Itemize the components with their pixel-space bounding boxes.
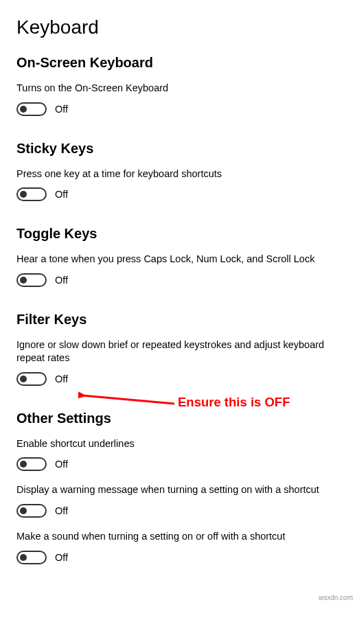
sticky-toggle-state: Off (55, 189, 68, 200)
toggle-knob (20, 461, 27, 468)
onscreen-desc: Turns on the On-Screen Keyboard (16, 82, 332, 95)
warning-toggle[interactable] (16, 504, 47, 518)
page-title: Keyboard (16, 16, 341, 38)
svg-line-1 (82, 395, 174, 404)
sticky-toggle[interactable] (16, 187, 47, 201)
annotation-text: Ensure this is OFF (178, 395, 290, 410)
warning-desc: Display a warning message when turning a… (16, 483, 332, 497)
watermark: wsxdn.com (319, 594, 353, 601)
toggle-knob (20, 191, 27, 198)
toggle-knob (20, 277, 27, 284)
sticky-desc: Press one key at a time for keyboard sho… (16, 168, 332, 181)
togglekeys-toggle[interactable] (16, 273, 47, 287)
shortcut-underlines-desc: Enable shortcut underlines (16, 437, 332, 451)
warning-toggle-state: Off (55, 505, 68, 516)
section-title-toggle: Toggle Keys (16, 226, 341, 242)
section-title-onscreen: On-Screen Keyboard (16, 55, 341, 71)
toggle-knob (20, 376, 27, 382)
sound-toggle[interactable] (16, 551, 47, 564)
toggle-knob (20, 554, 27, 561)
section-title-filter: Filter Keys (16, 312, 341, 327)
togglekeys-desc: Hear a tone when you press Caps Lock, Nu… (16, 253, 332, 266)
shortcut-underlines-toggle-state: Off (55, 459, 68, 470)
sound-desc: Make a sound when turning a setting on o… (16, 530, 332, 544)
sound-toggle-state: Off (55, 552, 68, 563)
filter-toggle-state: Off (55, 373, 68, 384)
togglekeys-toggle-state: Off (55, 275, 68, 286)
onscreen-toggle-state: Off (55, 104, 68, 115)
section-title-other: Other Settings (16, 411, 341, 426)
filter-desc: Ignore or slow down brief or repeated ke… (16, 338, 332, 365)
onscreen-toggle[interactable] (16, 102, 47, 116)
shortcut-underlines-toggle[interactable] (16, 457, 47, 471)
toggle-knob (20, 106, 27, 113)
toggle-knob (20, 507, 27, 514)
filter-toggle[interactable] (16, 372, 47, 386)
section-title-sticky: Sticky Keys (16, 141, 341, 157)
